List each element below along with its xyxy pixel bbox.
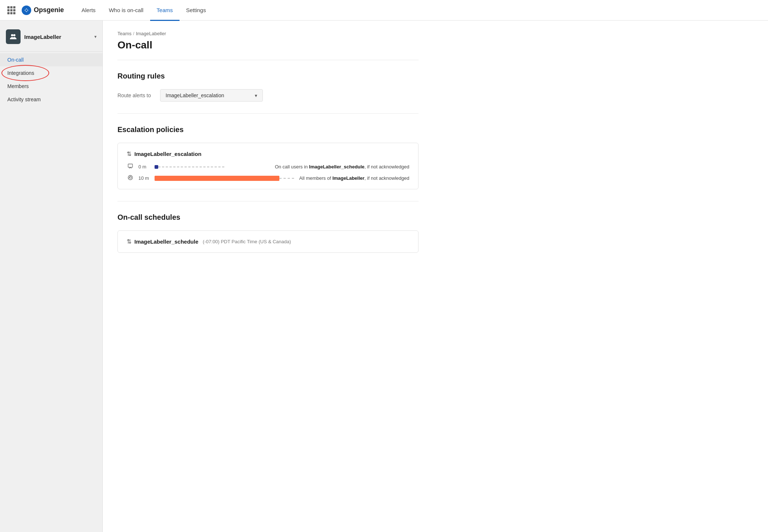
routing-row: Route alerts to ImageLabeller_escalation… [117, 89, 419, 102]
svg-point-2 [11, 34, 13, 36]
sidebar-item-members[interactable]: Members [0, 80, 102, 93]
svg-rect-4 [128, 164, 133, 167]
on-call-schedules-title: On-call schedules [117, 213, 419, 222]
policy-name: ImageLabeller_escalation [134, 151, 202, 157]
schedule-name: ImageLabeller_schedule [134, 238, 198, 245]
sidebar-item-activity-stream[interactable]: Activity stream [0, 93, 102, 106]
policy-time-0: 0 m [138, 164, 150, 170]
policy-bar-dashed-0 [158, 167, 224, 167]
breadcrumb-current: ImageLabeller [136, 31, 166, 36]
policy-desc-0: On call users in ImageLabeller_schedule,… [275, 164, 409, 170]
policy-bar-orange [155, 176, 279, 181]
team-name: ImageLabeller [24, 34, 91, 40]
team-avatar-icon [9, 33, 17, 41]
policy-time-1: 10 m [138, 175, 150, 181]
breadcrumb-teams-link[interactable]: Teams [117, 31, 131, 36]
grid-icon[interactable] [7, 6, 15, 14]
schedule-timezone: (-07:00) PDT Pacific Time (US & Canada) [203, 239, 291, 244]
nav-alerts[interactable]: Alerts [75, 0, 102, 21]
policy-row-1: 10 m All members of ImageLabeller, if no… [127, 175, 409, 182]
svg-point-3 [13, 34, 15, 36]
breadcrumb: Teams / ImageLabeller [117, 31, 419, 36]
nav-teams[interactable]: Teams [150, 0, 180, 21]
content-inner: Teams / ImageLabeller On-call Routing ru… [103, 21, 433, 275]
routing-select-value: ImageLabeller_escalation [166, 92, 251, 98]
policy-header: ⇅ ImageLabeller_escalation [127, 150, 409, 157]
sidebar-divider [0, 51, 102, 52]
escalation-policy-card: ⇅ ImageLabeller_escalation 0 m [117, 143, 419, 189]
notification-icon [127, 163, 134, 170]
routing-select-dropdown[interactable]: ImageLabeller_escalation ▾ [160, 89, 263, 102]
opsgenie-logo-icon [21, 5, 32, 15]
team-chevron-icon: ▾ [94, 34, 97, 39]
policy-desc-1: All members of ImageLabeller, if not ack… [299, 175, 409, 181]
top-nav: Opsgenie Alerts Who is on-call Teams Set… [0, 0, 768, 21]
policy-bar-1 [155, 176, 292, 181]
escalation-sort-icon: ⇅ [127, 150, 131, 157]
policy-bar-dashed-right-1 [279, 178, 294, 179]
nav-who-is-on-call[interactable]: Who is on-call [102, 0, 150, 21]
sidebar: ImageLabeller ▾ On-call Integrations Mem… [0, 21, 103, 532]
nav-links: Alerts Who is on-call Teams Settings [75, 0, 213, 20]
policy-bar-0 [155, 165, 268, 169]
layout: ImageLabeller ▾ On-call Integrations Mem… [0, 21, 768, 532]
team-avatar [6, 29, 21, 44]
team-selector[interactable]: ImageLabeller ▾ [0, 26, 102, 50]
breadcrumb-separator: / [133, 31, 134, 36]
escalation-policies-section: Escalation policies ⇅ ImageLabeller_esca… [117, 113, 419, 201]
sidebar-item-on-call[interactable]: On-call [0, 53, 102, 66]
routing-select-chevron-icon: ▾ [255, 93, 257, 98]
svg-point-1 [25, 9, 28, 11]
escalation-policies-title: Escalation policies [117, 125, 419, 134]
schedule-card: ⇅ ImageLabeller_schedule (-07:00) PDT Pa… [117, 230, 419, 253]
routing-label: Route alerts to [117, 92, 154, 98]
policy-row-0: 0 m On call users in ImageLabeller_sched… [127, 163, 409, 170]
main-content: Teams / ImageLabeller On-call Routing ru… [103, 21, 768, 532]
on-call-schedules-section: On-call schedules ⇅ ImageLabeller_schedu… [117, 201, 419, 265]
logo-text: Opsgenie [34, 6, 64, 14]
policy-bar-dot-0 [155, 165, 158, 169]
schedule-header: ⇅ ImageLabeller_schedule (-07:00) PDT Pa… [127, 238, 409, 245]
routing-rules-title: Routing rules [117, 72, 419, 80]
schedule-sort-icon: ⇅ [127, 238, 131, 245]
repeat-icon [127, 175, 134, 182]
page-title: On-call [117, 39, 419, 51]
nav-settings[interactable]: Settings [180, 0, 213, 21]
sidebar-nav: On-call Integrations Members Activity st… [0, 53, 102, 106]
routing-rules-section: Routing rules Route alerts to ImageLabel… [117, 60, 419, 113]
sidebar-item-integrations[interactable]: Integrations [0, 66, 102, 80]
logo[interactable]: Opsgenie [21, 5, 64, 15]
